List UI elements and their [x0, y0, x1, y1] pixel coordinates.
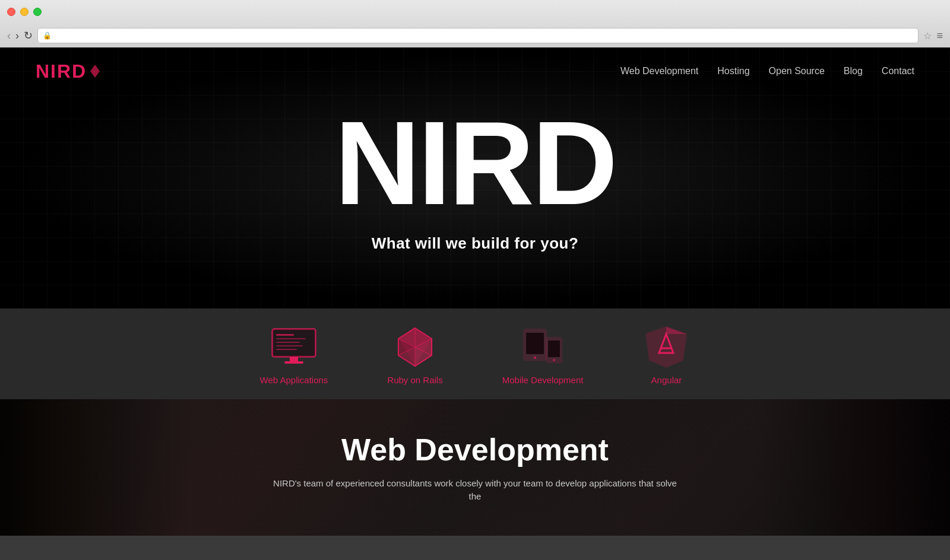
service-mobile-development-label: Mobile Development [502, 375, 584, 385]
svg-rect-9 [284, 361, 303, 364]
browser-maximize-dot[interactable] [33, 8, 42, 16]
svg-rect-4 [276, 338, 306, 339]
svg-point-26 [553, 359, 555, 361]
nav-links: Web Development Hosting Open Source Blog… [620, 66, 914, 77]
browser-minimize-dot[interactable] [20, 8, 28, 16]
browser-toolbar: ‹ › ↻ 🔒 ☆ ≡ [0, 24, 950, 47]
webdev-title: Web Development [341, 432, 609, 467]
svg-rect-8 [290, 357, 298, 361]
nav-blog[interactable]: Blog [844, 66, 863, 77]
browser-menu-icon[interactable]: ≡ [936, 30, 943, 42]
svg-rect-7 [276, 349, 297, 350]
browser-chrome: ‹ › ↻ 🔒 ☆ ≡ [0, 0, 950, 47]
site-logo[interactable]: NIRD [36, 61, 100, 82]
back-button[interactable]: ‹ [7, 30, 11, 41]
svg-point-23 [534, 357, 536, 359]
forward-button[interactable]: › [15, 30, 19, 41]
service-web-applications-label: Web Applications [260, 375, 328, 385]
hero-title: NIRD [335, 104, 616, 222]
logo-text: NIRD [36, 61, 87, 82]
service-ruby-on-rails[interactable]: Ruby on Rails [387, 326, 442, 385]
browser-titlebar [0, 0, 950, 24]
web-applications-icon [270, 326, 318, 368]
angular-icon [642, 326, 690, 368]
website: NIRD Web Development Hosting Open Source… [0, 47, 950, 560]
svg-rect-25 [548, 341, 560, 357]
mobile-development-icon [519, 326, 566, 368]
svg-rect-6 [276, 345, 303, 346]
service-web-applications[interactable]: Web Applications [260, 326, 328, 385]
site-nav: NIRD Web Development Hosting Open Source… [0, 47, 950, 95]
nav-open-source[interactable]: Open Source [769, 66, 825, 77]
svg-rect-3 [276, 334, 294, 336]
ruby-on-rails-icon [391, 326, 439, 368]
bookmark-icon[interactable]: ☆ [923, 30, 932, 42]
reload-button[interactable]: ↻ [24, 30, 33, 41]
service-mobile-development[interactable]: Mobile Development [502, 326, 584, 385]
svg-rect-22 [526, 333, 544, 354]
browser-close-dot[interactable] [7, 8, 15, 16]
hero-subtitle: What will we build for you? [372, 234, 579, 253]
lock-icon: 🔒 [43, 31, 52, 40]
nav-hosting[interactable]: Hosting [717, 66, 749, 77]
service-ruby-on-rails-label: Ruby on Rails [387, 375, 442, 385]
webdev-background-overlay [0, 399, 950, 536]
logo-diamond-icon [90, 65, 100, 78]
address-bar[interactable]: 🔒 [37, 28, 919, 43]
service-angular-label: Angular [651, 375, 682, 385]
services-bar: Web Applications [0, 308, 950, 399]
webdev-description: NIRD's team of experienced consultants w… [267, 477, 683, 504]
svg-rect-5 [276, 342, 300, 343]
nav-web-development[interactable]: Web Development [620, 66, 698, 77]
nav-contact[interactable]: Contact [882, 66, 914, 77]
service-angular[interactable]: Angular [642, 326, 690, 385]
webdev-section: Web Development NIRD's team of experienc… [0, 399, 950, 536]
svg-marker-0 [90, 65, 100, 78]
